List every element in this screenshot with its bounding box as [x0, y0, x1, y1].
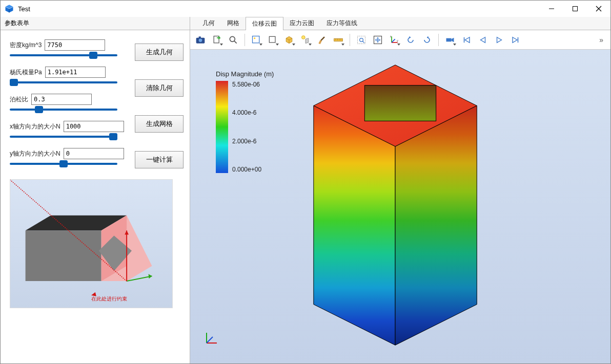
one-click-compute-button[interactable]: 一键计算	[135, 151, 184, 168]
svg-rect-20	[214, 36, 219, 42]
svg-line-22	[234, 40, 237, 43]
lightbulb-cube-icon[interactable]	[298, 33, 313, 47]
svg-line-30	[321, 37, 324, 40]
zoom-area-icon[interactable]	[354, 33, 369, 47]
svg-marker-45	[410, 36, 411, 38]
rotate-ccw-icon[interactable]	[403, 33, 418, 47]
svg-marker-12	[149, 274, 152, 279]
clear-geometry-button[interactable]: 清除几何	[135, 79, 184, 97]
brush-icon[interactable]	[315, 33, 329, 47]
svg-point-24	[254, 37, 255, 39]
svg-marker-56	[314, 105, 395, 345]
svg-point-37	[360, 38, 363, 41]
youngs-label: 杨氏模量Pa	[10, 68, 42, 77]
svg-line-5	[596, 6, 601, 11]
svg-rect-58	[364, 85, 436, 121]
svg-marker-29	[306, 38, 309, 43]
window-close-button[interactable]	[587, 1, 610, 17]
generate-mesh-button[interactable]: 生成网格	[135, 115, 184, 133]
svg-marker-57	[395, 105, 477, 345]
svg-line-4	[596, 6, 601, 11]
forcex-slider[interactable]	[10, 133, 117, 140]
svg-marker-7	[26, 230, 101, 281]
svg-rect-23	[253, 36, 259, 42]
svg-marker-53	[513, 37, 517, 42]
seek-prev-icon[interactable]	[476, 33, 490, 47]
zoom-icon[interactable]	[226, 33, 240, 47]
camera-view-icon[interactable]	[443, 33, 457, 47]
file-arrow-icon[interactable]	[210, 33, 224, 47]
tab-mesh[interactable]: 网格	[221, 17, 246, 30]
svg-line-61	[207, 337, 213, 343]
window-maximize-button[interactable]	[563, 1, 587, 17]
toolbar: zy »	[190, 30, 610, 50]
youngs-slider[interactable]	[10, 79, 117, 86]
ruler-icon[interactable]	[331, 33, 345, 47]
poisson-slider[interactable]	[10, 106, 117, 113]
camera-icon[interactable]	[193, 33, 208, 47]
forcey-input[interactable]	[64, 148, 124, 159]
play-icon[interactable]	[492, 33, 506, 47]
viewport[interactable]: Disp Magnitude (m) 5.580e-06 4.000e-6 2.…	[190, 50, 610, 363]
svg-text:z: z	[390, 35, 392, 38]
axis-triad-icon	[202, 330, 219, 346]
window-minimize-button[interactable]	[540, 1, 563, 17]
view-tabs: 几何 网格 位移云图 应力云图 应力等值线	[190, 17, 610, 30]
window-title: Test	[18, 5, 30, 13]
select-tool-icon[interactable]	[249, 33, 263, 47]
density-input[interactable]	[45, 39, 105, 51]
forcex-input[interactable]	[64, 121, 124, 132]
forcey-label: y轴方向力的大小N	[10, 149, 60, 158]
preview-panel: 在此处进行约束	[10, 179, 173, 308]
tab-geometry[interactable]: 几何	[196, 17, 221, 30]
preview-caption: 在此处进行约束	[91, 296, 127, 302]
svg-marker-48	[452, 37, 454, 41]
fit-screen-icon[interactable]	[371, 33, 385, 47]
svg-point-18	[199, 38, 202, 42]
generate-geometry-button[interactable]: 生成几何	[135, 44, 184, 61]
svg-marker-52	[497, 37, 502, 42]
tab-contour[interactable]: 应力等值线	[320, 17, 363, 30]
sidebar-header: 参数表单	[5, 19, 29, 28]
toolbar-overflow-icon[interactable]: »	[599, 36, 607, 44]
tab-displacement[interactable]: 位移云图	[246, 17, 283, 31]
svg-marker-46	[427, 36, 429, 38]
svg-rect-47	[446, 38, 452, 41]
svg-rect-31	[334, 38, 343, 41]
app-icon	[5, 4, 14, 13]
svg-point-28	[302, 35, 306, 39]
svg-marker-50	[465, 37, 470, 42]
forcex-label: x轴方向力的大小N	[10, 122, 60, 131]
forcey-slider[interactable]	[10, 160, 117, 167]
poisson-label: 泊松比	[10, 95, 28, 104]
region-tool-icon[interactable]	[266, 33, 280, 47]
axes-icon[interactable]: zy	[387, 33, 401, 47]
poisson-input[interactable]	[31, 94, 92, 105]
result-visualization	[190, 50, 610, 363]
svg-line-38	[363, 41, 364, 42]
tab-stress[interactable]: 应力云图	[283, 17, 320, 30]
density-slider[interactable]	[10, 52, 117, 59]
density-label: 密度kg/m^3	[10, 41, 42, 50]
seek-first-icon[interactable]	[459, 33, 474, 47]
svg-text:y: y	[397, 39, 398, 42]
svg-rect-3	[573, 7, 578, 11]
svg-rect-25	[269, 36, 275, 42]
svg-rect-19	[199, 36, 201, 38]
box-icon[interactable]	[282, 33, 296, 47]
seek-last-icon[interactable]	[508, 33, 523, 47]
svg-line-42	[392, 39, 395, 42]
svg-marker-51	[481, 37, 485, 42]
youngs-input[interactable]	[45, 67, 106, 78]
rotate-cw-icon[interactable]	[420, 33, 434, 47]
